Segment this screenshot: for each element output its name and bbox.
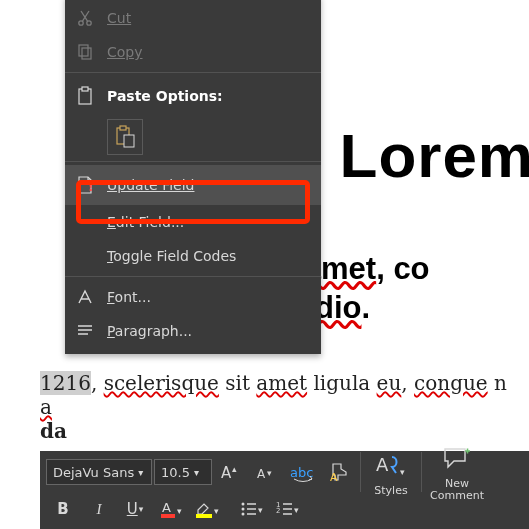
- blank-icon: [73, 210, 97, 234]
- clipboard-icon: [73, 84, 97, 108]
- svg-text:2: 2: [276, 507, 280, 515]
- svg-text:A: A: [376, 454, 389, 475]
- update-field-icon: !: [73, 173, 97, 197]
- paste-options-row: [65, 116, 321, 158]
- menu-font[interactable]: Font...: [65, 280, 321, 314]
- font-size-value: 10.5: [161, 465, 190, 480]
- svg-text:!: !: [88, 180, 93, 194]
- change-case-button[interactable]: abc: [286, 458, 320, 486]
- styles-label: Styles: [374, 484, 407, 497]
- selected-text[interactable]: 1216: [40, 371, 91, 395]
- menu-edit-field[interactable]: Edit Field...: [65, 205, 321, 239]
- toolbar-separator: [360, 452, 361, 492]
- svg-text:A: A: [330, 471, 338, 483]
- italic-button[interactable]: I: [82, 495, 116, 523]
- blank-icon: [73, 244, 97, 268]
- new-comment-button[interactable]: New Comment: [426, 437, 488, 507]
- bullets-button[interactable]: ▾: [234, 495, 268, 523]
- menu-separator: [65, 276, 321, 277]
- chevron-down-icon: ▾: [194, 467, 199, 478]
- svg-text:▾: ▾: [267, 468, 272, 478]
- font-name-value: DejaVu Sans: [53, 465, 134, 480]
- menu-separator: [65, 72, 321, 73]
- font-color-button[interactable]: A▾: [154, 495, 188, 523]
- svg-text:A: A: [162, 500, 171, 515]
- svg-point-1: [87, 21, 91, 25]
- svg-text:A: A: [257, 467, 266, 481]
- menu-paragraph[interactable]: Paragraph...: [65, 314, 321, 348]
- svg-rect-19: [161, 514, 175, 518]
- svg-rect-3: [82, 48, 91, 59]
- svg-rect-21: [196, 514, 212, 518]
- copy-icon: [73, 40, 97, 64]
- grow-font-button[interactable]: A▴: [214, 458, 248, 486]
- svg-point-24: [242, 508, 245, 511]
- menu-toggle-codes-label: Toggle Field Codes: [107, 248, 309, 264]
- svg-text:▾: ▾: [214, 506, 219, 516]
- menu-update-field[interactable]: ! Update Field: [65, 165, 321, 205]
- svg-text:▾: ▾: [400, 467, 405, 477]
- menu-font-label: Font...: [107, 289, 309, 305]
- menu-separator: [65, 161, 321, 162]
- menu-toggle-field-codes[interactable]: Toggle Field Codes: [65, 239, 321, 273]
- menu-copy-label: Copy: [107, 44, 309, 60]
- underline-button[interactable]: U▾: [118, 495, 152, 523]
- menu-copy: Copy: [65, 35, 321, 69]
- svg-rect-2: [79, 45, 88, 56]
- font-name-combo[interactable]: DejaVu Sans▾: [46, 459, 152, 485]
- styles-button[interactable]: A▾ Styles: [365, 437, 417, 507]
- menu-cut-label: Cut: [107, 10, 309, 26]
- svg-rect-8: [124, 135, 134, 147]
- menu-cut: Cut: [65, 1, 321, 35]
- styles-icon: A▾: [374, 448, 408, 482]
- svg-text:▴: ▴: [232, 464, 237, 474]
- format-painter-button[interactable]: A: [322, 458, 356, 486]
- numbering-button[interactable]: 12▾: [270, 495, 304, 523]
- svg-rect-5: [82, 87, 88, 91]
- mini-toolbar: DejaVu Sans▾ 10.5▾ A▴ A▾ abc A A▾ Styles: [40, 451, 529, 529]
- menu-paste-header: Paste Options:: [65, 76, 321, 116]
- comment-icon: [442, 442, 472, 476]
- font-size-combo[interactable]: 10.5▾: [154, 459, 212, 485]
- svg-point-25: [242, 513, 245, 516]
- menu-update-field-label: Update Field: [107, 177, 309, 193]
- svg-text:A: A: [221, 464, 232, 482]
- bold-button[interactable]: B: [46, 495, 80, 523]
- chevron-down-icon: ▾: [138, 467, 143, 478]
- new-comment-label: New Comment: [430, 478, 484, 501]
- context-menu: Cut Copy Paste Options: ! Update Field E…: [65, 0, 321, 354]
- svg-point-23: [242, 503, 245, 506]
- highlight-color-button[interactable]: ▾: [190, 495, 224, 523]
- shrink-font-button[interactable]: A▾: [250, 458, 284, 486]
- paste-option-default[interactable]: [107, 119, 143, 155]
- toolbar-separator: [421, 452, 422, 492]
- svg-text:▾: ▾: [258, 505, 263, 515]
- document-title: Lorem: [340, 120, 529, 191]
- svg-text:▾: ▾: [294, 505, 299, 515]
- svg-text:▾: ▾: [177, 506, 182, 516]
- paragraph-icon: [73, 319, 97, 343]
- menu-edit-field-label: Edit Field...: [107, 214, 309, 230]
- svg-point-0: [79, 21, 83, 25]
- font-icon: [73, 285, 97, 309]
- menu-paragraph-label: Paragraph...: [107, 323, 309, 339]
- cut-icon: [73, 6, 97, 30]
- svg-rect-7: [120, 126, 126, 130]
- svg-text:abc: abc: [290, 465, 313, 480]
- menu-paste-header-label: Paste Options:: [107, 88, 309, 104]
